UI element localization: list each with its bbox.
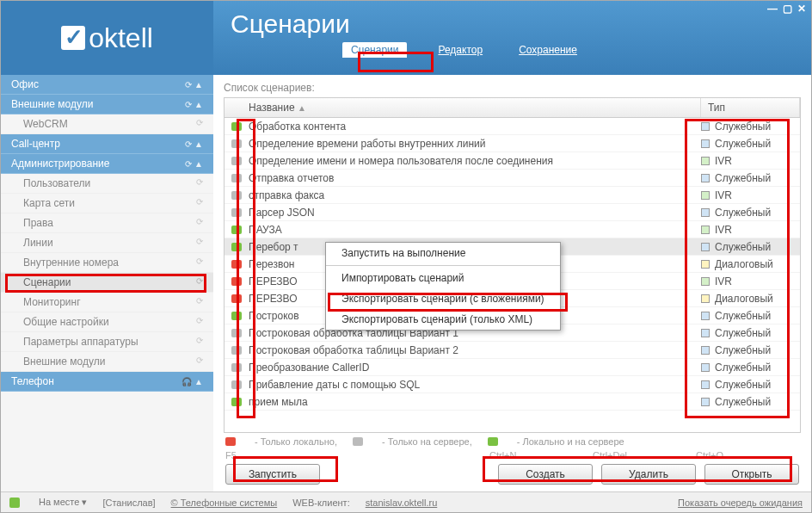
- header: — ▢ ✕ Сценарии СценарииРедакторСохранени…: [213, 1, 811, 75]
- row-name: Построковая обработка таблицы Вариант 2: [247, 344, 701, 356]
- logo-check-icon: [61, 26, 85, 50]
- table-row[interactable]: Построковая обработка таблицы Вариант 2С…: [225, 342, 800, 359]
- context-item-2[interactable]: Импортировать сценарий: [326, 268, 560, 288]
- sidebar-item-10[interactable]: Сценарии⟳: [1, 273, 213, 293]
- location-icon: [231, 312, 242, 320]
- context-item-0[interactable]: Запустить на выполнение: [326, 243, 560, 263]
- status-web-url[interactable]: stanislav.oktell.ru: [366, 498, 438, 508]
- sidebar-item-11[interactable]: Мониторинг⟳: [1, 293, 213, 312]
- status-bar: На месте ▾ [Станислав] © Телефонные сист…: [1, 491, 811, 512]
- location-icon: [231, 277, 242, 286]
- status-copyright[interactable]: © Телефонные системы: [171, 498, 278, 508]
- tab-2[interactable]: Сохранение: [514, 42, 582, 58]
- row-type: Служебный: [701, 121, 800, 133]
- sidebar-group-15[interactable]: Телефон🎧 ▲: [1, 372, 213, 392]
- table-row[interactable]: прием мылаСлужебный: [225, 393, 800, 411]
- table-row[interactable]: Определение имени и номера пользователя …: [225, 152, 800, 170]
- table-row[interactable]: Обработка контентаСлужебный: [225, 118, 800, 135]
- location-icon: [231, 294, 242, 303]
- table-row[interactable]: Парсер JSONСлужебный: [225, 204, 800, 221]
- location-icon: [231, 122, 242, 131]
- location-icon: [231, 380, 242, 389]
- location-icon: [231, 139, 242, 148]
- sidebar-item-14[interactable]: Внешние модули⟳: [1, 352, 213, 372]
- table-row[interactable]: Преобразование CallerIDСлужебный: [225, 359, 800, 376]
- row-type: Служебный: [701, 310, 800, 322]
- location-icon: [231, 260, 242, 269]
- table-row[interactable]: Прибавление даты с помощью SQLСлужебный: [225, 376, 800, 393]
- presence-label[interactable]: На месте ▾: [39, 497, 87, 508]
- minimize-icon[interactable]: —: [767, 3, 778, 15]
- row-type: Диалоговый: [701, 258, 800, 270]
- shortcut-ctrlo: Ctrl+O: [696, 450, 799, 460]
- sidebar-item-7[interactable]: Права⟳: [1, 213, 213, 233]
- status-web-label: WEB-клиент:: [292, 498, 350, 508]
- context-item-3[interactable]: Экспортировать сценарий (с вложениями): [326, 288, 560, 309]
- row-type: IVR: [701, 275, 800, 287]
- col-type[interactable]: Тип: [701, 98, 800, 117]
- col-name[interactable]: Название ▲: [225, 98, 701, 117]
- row-type: IVR: [701, 155, 800, 167]
- sidebar-item-12[interactable]: Общие настройки⟳: [1, 312, 213, 332]
- context-menu: Запустить на выполнениеИмпортировать сце…: [325, 242, 561, 331]
- row-type: IVR: [701, 224, 800, 236]
- sort-asc-icon: ▲: [298, 103, 306, 113]
- row-type: Служебный: [701, 241, 800, 253]
- row-type: Служебный: [701, 172, 800, 184]
- tab-0[interactable]: Сценарии: [342, 42, 407, 58]
- shortcut-f5: F5: [225, 450, 329, 460]
- row-type: Служебный: [701, 379, 800, 391]
- location-icon: [231, 174, 242, 182]
- row-type: IVR: [701, 189, 800, 201]
- row-name: Обработка контента: [247, 121, 701, 133]
- sidebar-item-5[interactable]: Пользователи⟳: [1, 174, 213, 194]
- sidebar-group-1[interactable]: Внешние модули⟳ ▲: [1, 95, 213, 114]
- status-user: [Станислав]: [102, 498, 155, 508]
- open-button[interactable]: Открыть: [704, 464, 799, 485]
- row-name: Определение времени работы внутренних ли…: [247, 138, 701, 150]
- table-row[interactable]: Определение времени работы внутренних ли…: [225, 135, 800, 152]
- row-name: Парсер JSON: [247, 207, 701, 219]
- location-icon: [231, 329, 242, 337]
- status-queue[interactable]: Показать очередь ожидания: [678, 498, 803, 508]
- sidebar: Офис⟳ ▲Внешние модули⟳ ▲WebCRM⟳Call-цент…: [1, 75, 213, 491]
- location-icon: [231, 157, 242, 165]
- location-icon: [231, 346, 242, 355]
- row-name: Определение имени и номера пользователя …: [247, 155, 701, 167]
- sidebar-item-6[interactable]: Карта сети⟳: [1, 194, 213, 213]
- sidebar-group-0[interactable]: Офис⟳ ▲: [1, 75, 213, 95]
- row-type: Служебный: [701, 207, 800, 219]
- presence-icon[interactable]: [9, 498, 20, 508]
- row-type: Служебный: [701, 138, 800, 150]
- shortcut-ctrldel: Ctrl+Del: [593, 450, 696, 460]
- sidebar-item-13[interactable]: Параметры аппаратуры⟳: [1, 332, 213, 352]
- sidebar-item-8[interactable]: Линии⟳: [1, 233, 213, 253]
- row-name: Преобразование CallerID: [247, 362, 701, 374]
- row-type: Служебный: [701, 396, 800, 408]
- maximize-icon[interactable]: ▢: [783, 3, 792, 15]
- row-name: Отправка отчетов: [247, 172, 701, 184]
- location-icon: [231, 398, 242, 406]
- close-icon[interactable]: ✕: [797, 3, 806, 15]
- table-row[interactable]: Отправка отчетовСлужебный: [225, 170, 800, 187]
- location-icon: [231, 243, 242, 251]
- delete-button[interactable]: Удалить: [601, 464, 696, 485]
- row-type: Диалоговый: [701, 293, 800, 305]
- list-label: Список сценариев:: [224, 82, 801, 94]
- sidebar-group-3[interactable]: Call-центр⟳ ▲: [1, 134, 213, 154]
- table-row[interactable]: ПАУЗАIVR: [225, 221, 800, 238]
- create-button[interactable]: Создать: [498, 464, 593, 485]
- page-title: Сценарии: [213, 1, 811, 42]
- row-name: ПАУЗА: [247, 224, 701, 236]
- context-item-4[interactable]: Экспортировать сценарий (только XML): [326, 309, 560, 330]
- sidebar-group-4[interactable]: Администрирование⟳ ▲: [1, 154, 213, 174]
- tab-1[interactable]: Редактор: [433, 42, 488, 58]
- location-icon: [231, 363, 242, 372]
- row-type: Служебный: [701, 362, 800, 374]
- row-type: Служебный: [701, 327, 800, 339]
- shortcut-ctrln: Ctrl+N: [489, 450, 593, 460]
- run-button[interactable]: Запустить: [225, 464, 320, 485]
- sidebar-item-2[interactable]: WebCRM⟳: [1, 114, 213, 134]
- table-row[interactable]: отправка факсаIVR: [225, 187, 800, 204]
- sidebar-item-9[interactable]: Внутренние номера⟳: [1, 253, 213, 273]
